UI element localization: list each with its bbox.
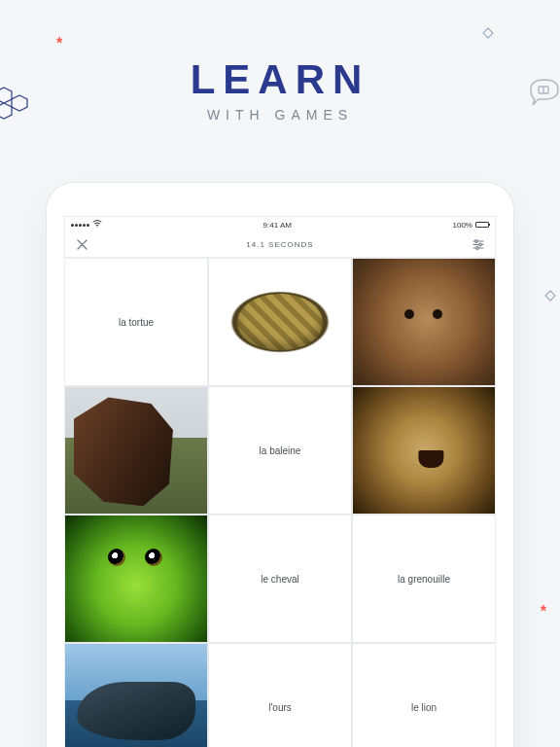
- card-text[interactable]: l'ours: [209, 644, 351, 747]
- card-label: le lion: [411, 702, 437, 713]
- card-text[interactable]: la baleine: [209, 387, 351, 514]
- close-button[interactable]: [75, 238, 88, 252]
- card-text[interactable]: la grenouille: [353, 516, 495, 642]
- nav-bar: 14.1 SECONDS: [65, 232, 495, 258]
- cellular-signal-icon: [71, 224, 89, 227]
- promo-subtitle: WITH GAMES: [0, 107, 560, 123]
- card-image-frog[interactable]: [65, 516, 207, 642]
- card-image-turtle[interactable]: [209, 259, 351, 385]
- svg-point-6: [475, 240, 478, 243]
- settings-sliders-button[interactable]: [472, 238, 485, 252]
- tablet-frame: 9:41 AM 100% 14.1 SECONDS: [47, 183, 513, 747]
- card-label: la tortue: [119, 317, 154, 328]
- app-screen: 9:41 AM 100% 14.1 SECONDS: [64, 216, 496, 747]
- wifi-icon: [92, 220, 102, 230]
- card-text[interactable]: le cheval: [209, 516, 351, 642]
- status-bar: 9:41 AM 100%: [65, 217, 495, 232]
- status-time: 9:41 AM: [263, 221, 292, 230]
- status-battery-pct: 100%: [453, 221, 472, 230]
- diamond-icon: [544, 290, 555, 301]
- timer-label: 14.1 SECONDS: [246, 240, 313, 249]
- card-image-horse[interactable]: [65, 387, 207, 514]
- promo-title: LEARN: [0, 56, 560, 103]
- asterisk-icon: *: [541, 603, 546, 621]
- card-label: l'ours: [268, 702, 292, 713]
- card-image-bear[interactable]: [353, 259, 495, 385]
- card-label: le cheval: [261, 574, 298, 585]
- game-grid: la tortue la baleine le cheval la grenou…: [65, 258, 495, 747]
- battery-icon: [475, 222, 489, 228]
- svg-point-8: [479, 243, 482, 246]
- card-text[interactable]: la tortue: [65, 259, 207, 385]
- svg-point-10: [476, 247, 479, 250]
- card-label: la grenouille: [398, 574, 450, 585]
- card-image-whale[interactable]: [65, 644, 207, 747]
- card-text[interactable]: le lion: [353, 644, 495, 747]
- card-image-lion[interactable]: [353, 387, 495, 514]
- card-label: la baleine: [260, 445, 301, 456]
